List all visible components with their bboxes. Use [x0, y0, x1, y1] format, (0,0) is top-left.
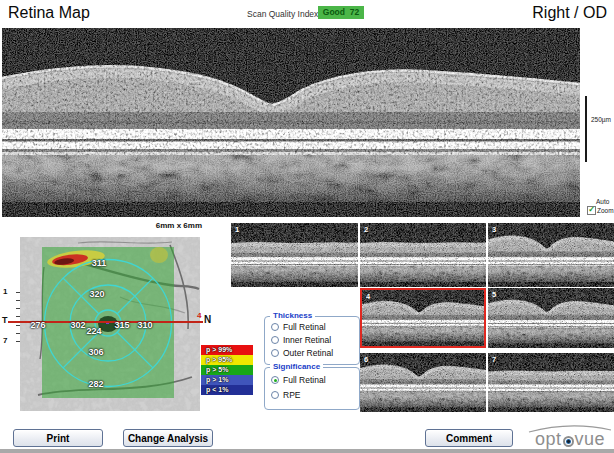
tick-mark — [16, 325, 20, 326]
thickness-center: 224 — [86, 326, 101, 336]
oct-bscan-image — [2, 28, 580, 217]
significance-panel-title: Significance — [270, 362, 323, 371]
auto-zoom-checkbox[interactable]: ✓ — [587, 206, 596, 215]
tick-mark — [16, 292, 20, 293]
tick-mark — [16, 316, 20, 317]
legend-row: p < 1% — [201, 385, 253, 395]
thickness-superior-inner: 320 — [89, 289, 104, 299]
thumbnail-number: 7 — [492, 355, 496, 364]
scan-quality-index-label: Scan Quality Index — [247, 9, 318, 19]
auto-zoom-label-auto: Auto — [596, 198, 609, 205]
legend-row: p > 99% — [201, 345, 253, 355]
radio-label: Full Retinal — [283, 375, 326, 385]
legend-row: p > 5% — [201, 365, 253, 375]
thumbnail-number: 6 — [364, 355, 368, 364]
radio-icon[interactable] — [271, 349, 279, 357]
map-size-label: 6mm x 6mm — [128, 221, 202, 230]
logo-text-left: opt — [535, 429, 562, 450]
thickness-temporal-outer: 276 — [30, 320, 45, 330]
comment-button[interactable]: Comment — [425, 429, 513, 447]
scan-line-start-label: 1 — [3, 287, 7, 296]
change-analysis-button[interactable]: Change Analysis — [123, 429, 213, 447]
tick-mark — [16, 341, 20, 342]
auto-zoom-control[interactable]: ✓ Zoom — [587, 206, 614, 215]
scan-line-end-label: 7 — [3, 336, 7, 345]
tick-mark — [16, 333, 20, 334]
window-bottom-edge — [0, 449, 614, 453]
thickness-inferior-outer: 282 — [88, 379, 103, 389]
thickness-superior-outer: 311 — [92, 258, 107, 268]
scan-thumbnail-3[interactable]: 3 — [488, 223, 614, 287]
radio-icon-selected[interactable] — [271, 376, 279, 384]
print-button[interactable]: Print — [13, 429, 103, 447]
radio-rpe-significance[interactable]: RPE — [271, 390, 300, 400]
legend-row: p > 95% — [201, 355, 253, 365]
scan-quality-badge: Good 72 — [318, 6, 364, 19]
thumbnail-number: 3 — [492, 225, 496, 234]
tick-mark — [16, 308, 20, 309]
page-title: Retina Map — [8, 4, 90, 22]
scan-thumbnail-5[interactable]: 5 — [488, 288, 614, 348]
radio-full-retinal-thickness[interactable]: Full Retinal — [271, 322, 326, 332]
radio-inner-retinal-thickness[interactable]: Inner Retinal — [271, 335, 331, 345]
radio-outer-retinal-thickness[interactable]: Outer Retinal — [271, 348, 333, 358]
radio-label: Full Retinal — [283, 322, 326, 332]
scan-thumbnail-2[interactable]: 2 — [360, 223, 486, 287]
eye-icon — [563, 436, 574, 447]
scale-bar — [585, 96, 587, 162]
active-scanline-number: 4 — [197, 311, 201, 320]
thumbnail-number: 2 — [364, 225, 368, 234]
radio-label: Inner Retinal — [283, 335, 331, 345]
scan-thumbnail-7[interactable]: 7 — [488, 353, 614, 412]
retina-map-screen: Retina Map Scan Quality Index Good 72 Ri… — [0, 0, 614, 453]
logo-text-right: vue — [575, 429, 606, 450]
radio-icon[interactable] — [271, 336, 279, 344]
eye-laterality-label: Right / OD — [532, 4, 607, 22]
radio-icon[interactable] — [271, 391, 279, 399]
tick-mark — [16, 300, 20, 301]
radio-label: Outer Retinal — [283, 348, 333, 358]
thickness-nasal-outer: 310 — [137, 320, 152, 330]
thickness-inferior-inner: 306 — [88, 347, 103, 357]
thumbnail-number: 4 — [366, 292, 370, 301]
temporal-label: T — [2, 315, 8, 325]
auto-zoom-label-zoom: Zoom — [597, 207, 614, 214]
thickness-panel: Thickness Full Retinal Inner Retinal Out… — [264, 316, 360, 365]
thickness-temporal-inner: 302 — [70, 320, 85, 330]
significance-panel: Significance Full Retinal RPE — [264, 367, 360, 410]
fundus-thickness-map[interactable] — [20, 237, 200, 411]
logo-text: optvue — [526, 429, 614, 450]
thickness-panel-title: Thickness — [270, 311, 315, 320]
radio-full-retinal-significance[interactable]: Full Retinal — [271, 375, 326, 385]
scan-thumbnail-6[interactable]: 6 — [360, 353, 486, 412]
legend-row: p > 1% — [201, 375, 253, 385]
nasal-label: N — [204, 314, 211, 325]
scan-thumbnail-4-selected[interactable]: 4 — [360, 288, 486, 348]
scan-thumbnail-1[interactable]: 1 — [231, 223, 358, 287]
radio-icon[interactable] — [271, 323, 279, 331]
optovue-logo: optvue — [526, 423, 614, 449]
scale-bar-label: 250µm — [591, 116, 611, 123]
significance-legend: p > 99% p > 95% p > 5% p > 1% p < 1% — [201, 345, 253, 395]
thumbnail-number: 5 — [492, 290, 496, 299]
thickness-nasal-inner: 315 — [114, 320, 129, 330]
radio-label: RPE — [283, 390, 300, 400]
thumbnail-number: 1 — [235, 225, 239, 234]
